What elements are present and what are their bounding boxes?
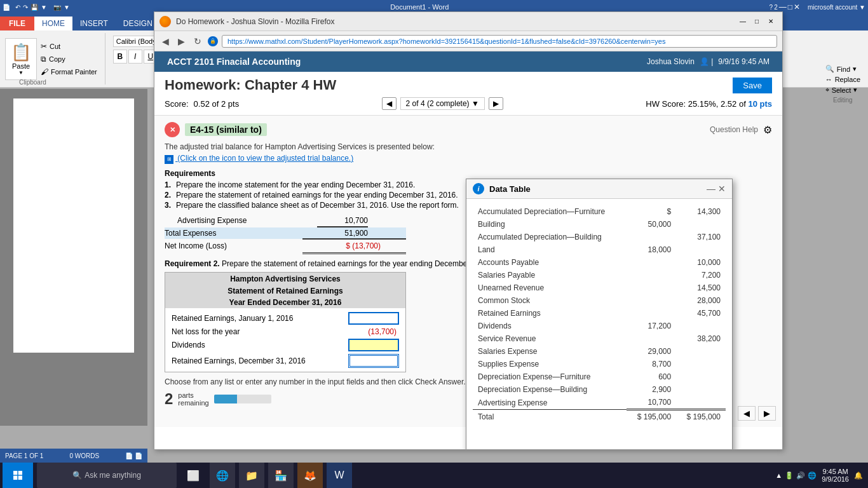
- save-button[interactable]: Save: [733, 78, 772, 93]
- hw-score-pts: 10 pts: [748, 99, 772, 109]
- adv-exp-value: 10,700: [302, 215, 406, 226]
- table-row: Accounts Payable: [473, 256, 627, 269]
- maximize-button[interactable]: □: [750, 15, 763, 28]
- settings-icon[interactable]: ⚙: [763, 124, 772, 136]
- minimize-button[interactable]: —: [736, 15, 749, 28]
- table-row: Building: [473, 218, 627, 231]
- stmt-period: Year Ended December 31, 2016: [165, 297, 405, 308]
- tab-home[interactable]: HOME: [34, 17, 72, 30]
- modal-title: Data Table: [489, 184, 531, 194]
- table-row: Retained Earnings: [473, 307, 627, 320]
- start-button[interactable]: [3, 463, 33, 488]
- table-row: Dividends: [473, 320, 627, 332]
- requirements-label: Requirements: [165, 169, 215, 178]
- net-loss-label: Net loss for the year: [172, 327, 240, 336]
- net-income-value: $ (13,700): [302, 239, 406, 253]
- firefox-window: Do Homework - Joshua Slovin - Mozilla Fi…: [154, 11, 783, 450]
- firefox-logo: [159, 16, 171, 27]
- page-status: PAGE 1 OF 1: [5, 452, 43, 459]
- paste-button[interactable]: 📋 Paste ▼: [5, 38, 37, 80]
- req1: Prepare the income statement for the yea…: [176, 180, 415, 189]
- modal-minimize-button[interactable]: —: [707, 184, 715, 194]
- page-dropdown[interactable]: 2 of 4 (2 complete) ▼: [400, 97, 485, 110]
- table-link[interactable]: ⊞ (Click on the icon to view the adjuste…: [165, 154, 772, 164]
- search-placeholder: Ask me anything: [85, 471, 141, 480]
- question-description: The adjusted trial balance for Hampton A…: [165, 142, 772, 151]
- tab-insert[interactable]: INSERT: [72, 17, 116, 30]
- progress-fill: [214, 395, 237, 403]
- total-exp-value: 51,900: [302, 227, 406, 239]
- svg-rect-1: [18, 471, 22, 475]
- table-row: Unearned Revenue: [473, 281, 627, 294]
- table-row: Advertising Expense: [473, 396, 627, 410]
- next-question-button[interactable]: ▶: [489, 97, 503, 110]
- parts-num: 2: [165, 390, 173, 408]
- stmt-company: Hampton Advertising Services: [165, 273, 405, 285]
- security-icon: 🔒: [208, 36, 218, 46]
- question-code: E4-15 (similar to): [185, 123, 267, 136]
- table-row: Service Revenue: [473, 332, 627, 345]
- prev-question-button[interactable]: ◀: [382, 97, 397, 110]
- copy-button[interactable]: ⧉ Copy: [39, 53, 98, 65]
- file-explorer-icon[interactable]: 📁: [239, 463, 264, 488]
- firefox-taskbar-icon[interactable]: 🦊: [297, 463, 323, 488]
- net-income-label: Net Income (Loss): [165, 239, 302, 253]
- taskview-button[interactable]: ⬜: [180, 463, 206, 488]
- edge-icon[interactable]: 🌐: [210, 463, 235, 488]
- svg-rect-3: [18, 476, 22, 480]
- req2: Prepare the statement of retained earnin…: [176, 191, 458, 200]
- hw-score-label: HW Score: 25.15%, 2.52 of: [646, 99, 746, 109]
- table-row: Accumulated Depreciation—Building: [473, 231, 627, 243]
- re-jan-input[interactable]: [348, 312, 399, 325]
- req3: Prepare the classified balance sheet as …: [176, 201, 459, 210]
- total-exp-label: Total Expenses: [165, 227, 302, 239]
- browser-title: Do Homework - Joshua Slovin - Mozilla Fi…: [176, 17, 334, 26]
- taskbar: 🔍 Ask me anything ⬜ 🌐 📁 🏪 🦊 W ▲ 🔋 🔊 🌐 9:…: [0, 463, 868, 488]
- re-jan-label: Retained Earnings, January 1, 2016: [172, 314, 293, 323]
- table-row: Total: [473, 410, 627, 424]
- forward-button[interactable]: ▶: [175, 35, 187, 48]
- course-title: ACCT 2101 Finacial Accounting: [167, 57, 301, 67]
- words-status: 0 WORDS: [69, 452, 99, 459]
- stmt-name: Statement of Retained Earnings: [165, 285, 405, 297]
- re-dec-input[interactable]: [348, 354, 399, 368]
- hw-title: Homework: Chapter 4 HW: [165, 77, 336, 93]
- score-value: 0.52 of 2 pts: [194, 99, 240, 109]
- replace-button[interactable]: ↔ Replace: [825, 76, 860, 83]
- req2-detail: Prepare the statement of retained earnin…: [222, 259, 504, 268]
- url-bar[interactable]: [222, 35, 777, 48]
- prev-nav-bottom[interactable]: ◀: [738, 406, 756, 421]
- italic-button[interactable]: I: [128, 50, 142, 64]
- notification-icon[interactable]: 🔔: [854, 471, 863, 480]
- data-table-modal: i Data Table — ✕ Accumulated Depreciatio…: [466, 179, 733, 449]
- bold-button[interactable]: B: [113, 50, 127, 64]
- next-nav-bottom[interactable]: ▶: [758, 406, 776, 421]
- table-row: Supplies Expense: [473, 358, 627, 370]
- net-loss-value: (13,700): [368, 327, 399, 336]
- data-table: Accumulated Depreciation—Furniture$14,30…: [473, 205, 726, 423]
- modal-close-button[interactable]: ✕: [718, 184, 726, 194]
- tab-file[interactable]: FILE: [0, 17, 34, 30]
- cut-button[interactable]: ✂ Cut: [39, 41, 98, 52]
- format-painter-button[interactable]: 🖌 Format Painter: [39, 66, 98, 78]
- back-button[interactable]: ◀: [159, 35, 172, 48]
- adv-exp-label: Advertising Expense: [165, 215, 302, 226]
- svg-rect-2: [13, 476, 17, 480]
- find-button[interactable]: 🔍 Find ▾: [825, 65, 860, 73]
- info-icon: i: [473, 183, 484, 194]
- close-button[interactable]: ✕: [764, 15, 777, 28]
- refresh-button[interactable]: ↻: [191, 35, 204, 48]
- table-row: Common Stock: [473, 294, 627, 307]
- question-icon: ✕: [165, 122, 180, 137]
- system-tray: ▲ 🔋 🔊 🌐: [775, 471, 817, 480]
- dividends-input[interactable]: [348, 339, 399, 351]
- store-icon[interactable]: 🏪: [268, 463, 294, 488]
- svg-rect-0: [13, 471, 17, 475]
- table-row: Depreciation Expense—Furniture: [473, 370, 627, 383]
- re-dec-label: Retained Earnings, December 31, 2016: [172, 356, 306, 365]
- word-taskbar-icon[interactable]: W: [327, 463, 352, 488]
- select-button[interactable]: ⌖ Select ▾: [825, 86, 860, 94]
- taskbar-search[interactable]: 🔍 Ask me anything: [37, 463, 177, 488]
- table-row: Accumulated Depreciation—Furniture: [473, 205, 627, 218]
- editing-group-label: Editing: [825, 97, 860, 104]
